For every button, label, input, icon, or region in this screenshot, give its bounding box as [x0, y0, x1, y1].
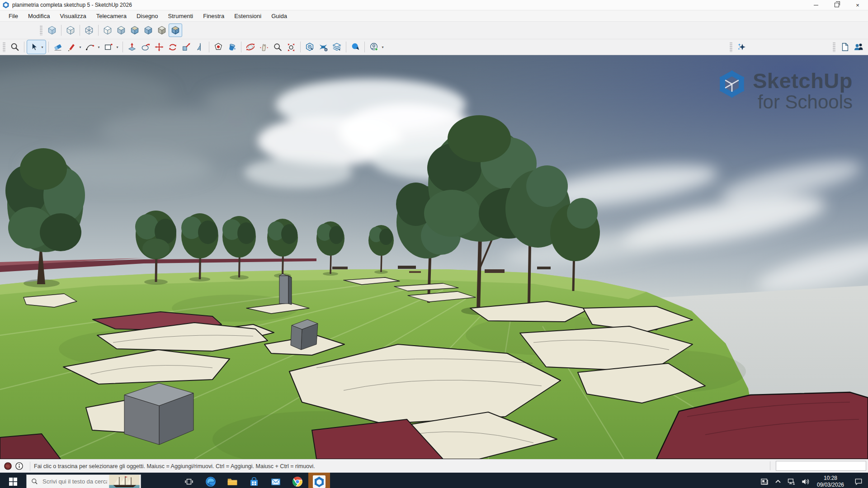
style-photo-textured-button[interactable]	[169, 23, 182, 37]
eraser-button[interactable]	[51, 40, 65, 54]
menu-estensioni[interactable]: Estensioni	[229, 11, 266, 21]
menu-modifica[interactable]: Modifica	[23, 11, 55, 21]
menu-telecamera[interactable]: Telecamera	[91, 11, 132, 21]
style-shaded-button[interactable]	[114, 23, 128, 37]
material-sample-button[interactable]	[212, 40, 225, 54]
search-highlight-ship-image[interactable]	[108, 475, 141, 488]
sketchup-app-icon	[2, 1, 9, 9]
style-ambient-occlusion-button[interactable]	[142, 23, 155, 37]
select-tool-button[interactable]	[28, 41, 40, 53]
paint-bucket-button[interactable]	[225, 40, 239, 54]
search-icon	[31, 478, 38, 485]
folder-icon	[226, 476, 238, 488]
watermark-subtitle: for Schools	[758, 93, 853, 112]
task-view-button[interactable]	[178, 473, 200, 488]
menu-file[interactable]: File	[4, 11, 23, 21]
style-monochrome-button[interactable]	[155, 23, 169, 37]
action-center-button[interactable]	[849, 473, 868, 488]
extension-warehouse-button[interactable]	[316, 40, 330, 54]
toolbar-drag-handle[interactable]	[40, 25, 42, 35]
push-pull-button[interactable]	[125, 40, 139, 54]
new-document-button[interactable]	[838, 40, 852, 54]
measurements-box[interactable]	[776, 461, 866, 471]
line-tool-dropdown[interactable]: ▾	[77, 41, 83, 53]
pencil-icon	[66, 42, 76, 52]
ai-assistant-button[interactable]	[735, 40, 749, 54]
taskbar-search[interactable]	[26, 474, 141, 488]
zoom-extents-button[interactable]	[284, 40, 298, 54]
restore-icon	[835, 3, 839, 7]
status-bar: Fai clic o trascina per selezionare gli …	[0, 459, 868, 473]
search-button[interactable]	[8, 40, 22, 54]
close-button[interactable]: ×	[847, 0, 868, 10]
file-explorer-button[interactable]	[222, 473, 243, 488]
collaborators-button[interactable]	[852, 40, 865, 54]
scale-button[interactable]	[179, 40, 193, 54]
account-button[interactable]	[367, 40, 381, 54]
menu-guida[interactable]: Guida	[266, 11, 292, 21]
zoom-button[interactable]	[271, 40, 284, 54]
chevron-up-icon	[774, 478, 782, 485]
windows-logo-icon	[9, 478, 17, 486]
sketchup-watermark: SketchUp for Schools	[717, 70, 853, 112]
toolbar-drag-handle[interactable]	[730, 42, 732, 52]
style-wireframe-button[interactable]	[82, 23, 96, 37]
pan-icon	[259, 42, 269, 52]
toolbar-drag-handle[interactable]	[3, 42, 5, 52]
rectangle-icon	[104, 42, 113, 52]
store-button[interactable]	[243, 473, 265, 488]
news-widget-button[interactable]	[758, 473, 771, 488]
connect-button[interactable]	[349, 40, 362, 54]
style-shaded-with-textures-button[interactable]	[128, 23, 142, 37]
rectangle-tool-dropdown[interactable]: ▾	[114, 41, 120, 53]
minimize-button[interactable]	[806, 0, 826, 10]
style-back-edges-button[interactable]	[64, 23, 77, 37]
info-icon[interactable]	[15, 462, 24, 470]
hidden-icons-button[interactable]	[771, 473, 785, 488]
x-ray-cube-icon	[47, 25, 57, 35]
mail-button[interactable]	[265, 473, 287, 488]
menu-visualizza[interactable]: Visualizza	[55, 11, 91, 21]
menu-finestra[interactable]: Finestra	[198, 11, 229, 21]
account-dropdown[interactable]: ▾	[380, 41, 386, 53]
rectangle-tool-button[interactable]	[102, 40, 115, 54]
sketchup-taskbar-button[interactable]	[308, 473, 330, 488]
style-hidden-line-button[interactable]	[101, 23, 114, 37]
menu-strumenti[interactable]: Strumenti	[163, 11, 198, 21]
menu-disegno[interactable]: Disegno	[132, 11, 163, 21]
rotate-button[interactable]	[166, 40, 179, 54]
pan-button[interactable]	[257, 40, 271, 54]
clock-date: 09/03/2026	[813, 482, 848, 488]
tape-measure-button[interactable]	[193, 40, 207, 54]
edge-button[interactable]	[200, 473, 222, 488]
viewport-3d[interactable]: SketchUp for Schools	[0, 55, 868, 459]
toolbar-drag-handle[interactable]	[833, 42, 835, 52]
chrome-icon	[292, 476, 303, 488]
line-tool-button[interactable]	[65, 40, 78, 54]
offset-button[interactable]	[139, 40, 152, 54]
orbit-icon	[245, 42, 255, 52]
styles-toolbar	[0, 22, 868, 39]
taskbar-search-input[interactable]	[42, 478, 108, 485]
style-x-ray-button[interactable]	[45, 23, 59, 37]
volume-button[interactable]	[798, 473, 812, 488]
shaded-cube-icon	[116, 25, 126, 35]
select-tool-dropdown[interactable]: ▾	[39, 41, 45, 53]
arc-tool-dropdown[interactable]: ▾	[96, 41, 102, 53]
volume-icon	[801, 477, 810, 486]
scale-icon	[181, 42, 191, 52]
move-button[interactable]	[152, 40, 166, 54]
restore-button[interactable]	[826, 0, 847, 10]
geolocation-icon[interactable]	[4, 462, 12, 470]
chrome-button[interactable]	[287, 473, 308, 488]
tags-layers-button[interactable]	[330, 40, 344, 54]
orbit-button[interactable]	[244, 40, 257, 54]
network-button[interactable]	[785, 473, 798, 488]
arc-tool-button[interactable]	[83, 40, 97, 54]
ambient-occlusion-cube-icon	[143, 25, 153, 35]
start-button[interactable]	[0, 473, 26, 488]
taskbar-clock[interactable]: 10:28 09/03/2026	[812, 475, 849, 488]
warehouse-search-button[interactable]	[303, 40, 316, 54]
arc-icon	[85, 42, 95, 52]
mail-icon	[270, 476, 281, 487]
